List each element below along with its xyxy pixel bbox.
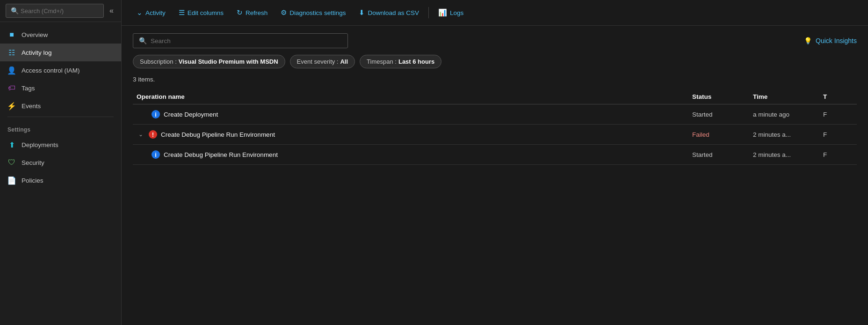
person-icon: 👤 [7, 66, 16, 74]
sidebar-item-tags[interactable]: 🏷 Tags [0, 79, 121, 97]
table-row[interactable]: i Create Deployment Started a minute ago… [133, 104, 857, 125]
policy-icon: 📄 [7, 176, 16, 185]
info-icon: i [152, 150, 160, 159]
logs-label: Logs [450, 9, 463, 16]
sidebar-item-label: Activity log [22, 49, 52, 56]
activity-button[interactable]: ⌄ Activity [131, 5, 171, 21]
col-extra: T [819, 93, 857, 100]
extra-cell: F [819, 151, 857, 158]
quick-insights-button[interactable]: 💡 Quick Insights [804, 37, 857, 44]
logs-button[interactable]: 📊 Logs [433, 5, 469, 21]
status-cell: Failed [688, 131, 749, 138]
search-icon: 🔍 [11, 7, 19, 15]
pills-row: Subscription : Visual Studio Premium wit… [133, 55, 857, 68]
items-count: 3 items. [133, 76, 857, 83]
diagnostics-label: Diagnostics settings [289, 9, 346, 16]
sidebar-item-label: Policies [22, 177, 43, 184]
subscription-value: Visual Studio Premium with MSDN [179, 58, 278, 65]
sidebar-item-label: Security [22, 159, 44, 166]
timespan-value: Last 6 hours [398, 58, 434, 65]
status-cell: Started [688, 111, 749, 118]
gear-icon: ⚙ [281, 8, 287, 17]
chevron-down-icon: ⌄ [137, 8, 143, 17]
shield-icon: 🛡 [7, 158, 16, 167]
edit-columns-button[interactable]: ☰ Edit columns [173, 5, 229, 21]
content-area: 🔍 💡 Quick Insights Subscription : Visual… [122, 26, 868, 325]
sidebar-item-policies[interactable]: 📄 Policies [0, 171, 121, 189]
activity-table: Operation name Status Time T i Create De… [133, 89, 857, 165]
timespan-prefix: Timespan : [367, 58, 397, 65]
sidebar-item-label: Overview [22, 31, 48, 38]
diagnostics-settings-button[interactable]: ⚙ Diagnostics settings [275, 5, 351, 21]
sidebar-navigation: ■ Overview ☷ Activity log 👤 Access contr… [0, 22, 121, 325]
toolbar-separator [428, 7, 429, 18]
tag-icon: 🏷 [7, 84, 16, 92]
col-time: Time [749, 93, 819, 100]
edit-columns-label: Edit columns [188, 9, 224, 16]
operation-name: Create Debug Pipeline Run Environment [164, 151, 278, 158]
sidebar-item-events[interactable]: ⚡ Events [0, 97, 121, 115]
table-header: Operation name Status Time T [133, 89, 857, 104]
activity-label: Activity [145, 9, 166, 16]
search-input[interactable] [151, 37, 342, 44]
lightbulb-icon: 💡 [804, 37, 812, 44]
sidebar-item-label: Deployments [22, 141, 58, 148]
operation-name-cell: ⌄ ! Create Debug Pipeline Run Environmen… [133, 130, 688, 139]
cube-icon: ■ [7, 30, 16, 39]
refresh-button[interactable]: ↻ Refresh [231, 5, 273, 21]
time-cell: 2 minutes a... [749, 131, 819, 138]
settings-section-label: Settings [0, 119, 121, 136]
sidebar-item-label: Tags [22, 85, 35, 92]
sidebar-collapse-button[interactable]: « [108, 5, 116, 17]
severity-prefix: Event severity : [297, 58, 339, 65]
refresh-label: Refresh [246, 9, 268, 16]
table-row[interactable]: ⌄ ! Create Debug Pipeline Run Environmen… [133, 125, 857, 145]
error-icon: ! [149, 130, 157, 139]
extra-cell: F [819, 111, 857, 118]
upload-icon: ⬆ [7, 140, 16, 149]
sidebar-item-label: Events [22, 103, 41, 110]
sidebar-search-box[interactable]: 🔍 [6, 4, 104, 18]
quick-insights-label: Quick Insights [816, 37, 857, 44]
subscription-pill[interactable]: Subscription : Visual Studio Premium wit… [133, 55, 285, 68]
sidebar-item-activity-log[interactable]: ☷ Activity log [0, 44, 121, 61]
operation-name-cell: i Create Deployment [133, 110, 688, 118]
download-csv-label: Download as CSV [368, 9, 419, 16]
event-severity-pill[interactable]: Event severity : All [290, 55, 355, 68]
severity-value: All [340, 58, 348, 65]
operation-name: Create Deployment [164, 111, 218, 118]
search-box[interactable]: 🔍 [133, 33, 348, 48]
main-content: ⌄ Activity ☰ Edit columns ↻ Refresh ⚙ Di… [122, 0, 868, 325]
operation-name-cell: i Create Debug Pipeline Run Environment [133, 150, 688, 159]
sidebar-item-overview[interactable]: ■ Overview [0, 26, 121, 44]
download-icon: ⬇ [359, 8, 365, 17]
info-icon: i [152, 110, 160, 118]
col-operation: Operation name [133, 93, 688, 100]
sidebar-item-security[interactable]: 🛡 Security [0, 154, 121, 171]
sidebar-item-label: Access control (IAM) [22, 67, 80, 74]
chart-icon: 📊 [438, 8, 447, 17]
download-csv-button[interactable]: ⬇ Download as CSV [353, 5, 425, 21]
bolt-icon: ⚡ [7, 102, 16, 110]
search-icon: 🔍 [139, 37, 147, 44]
sidebar-divider [7, 117, 114, 117]
columns-icon: ☰ [179, 8, 185, 17]
operation-name: Create Debug Pipeline Run Environment [161, 131, 275, 138]
sidebar-item-access-control[interactable]: 👤 Access control (IAM) [0, 61, 121, 79]
list-icon: ☷ [7, 48, 16, 57]
toolbar: ⌄ Activity ☰ Edit columns ↻ Refresh ⚙ Di… [122, 0, 868, 26]
time-cell: 2 minutes a... [749, 151, 819, 158]
sidebar-search-input[interactable] [21, 7, 99, 15]
filters-row: 🔍 💡 Quick Insights [133, 33, 857, 48]
col-status: Status [688, 93, 749, 100]
extra-cell: F [819, 131, 857, 138]
refresh-icon: ↻ [237, 8, 243, 17]
subscription-prefix: Subscription : [140, 58, 177, 65]
sidebar: 🔍 « ■ Overview ☷ Activity log 👤 Access c… [0, 0, 122, 325]
table-row[interactable]: i Create Debug Pipeline Run Environment … [133, 145, 857, 165]
sidebar-item-deployments[interactable]: ⬆ Deployments [0, 136, 121, 154]
timespan-pill[interactable]: Timespan : Last 6 hours [360, 55, 441, 68]
expand-button[interactable]: ⌄ [137, 130, 145, 139]
sidebar-header: 🔍 « [0, 0, 121, 22]
time-cell: a minute ago [749, 111, 819, 118]
